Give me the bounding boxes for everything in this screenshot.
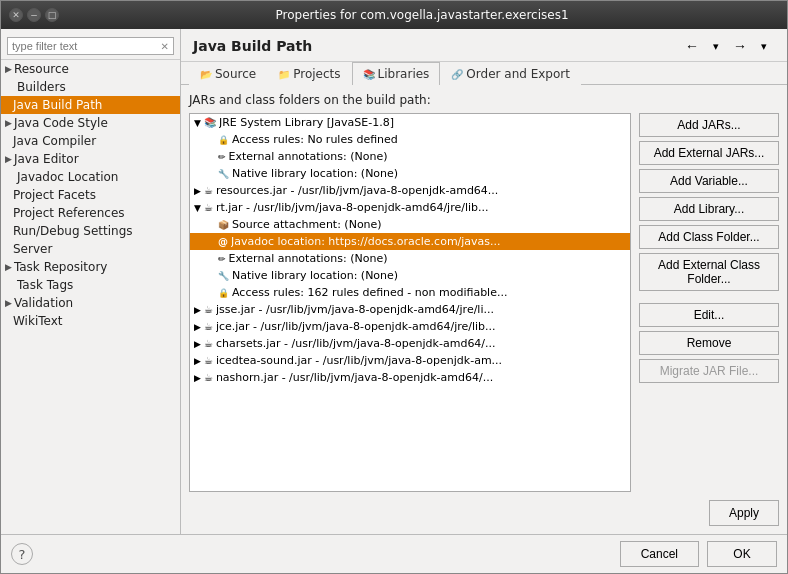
tree-item-label: icedtea-sound.jar - /usr/lib/jvm/java-8-… xyxy=(216,354,502,367)
expand-triangle-icon: ▼ xyxy=(194,118,201,128)
bottom-bar: ? Cancel OK xyxy=(1,534,787,573)
sidebar-item-resource[interactable]: ▶ Resource xyxy=(1,60,180,78)
panel-toolbar: ← ▾ → ▾ xyxy=(681,35,775,57)
tree-item[interactable]: ▶ ☕ jce.jar - /usr/lib/jvm/java-8-openjd… xyxy=(190,318,630,335)
expand-triangle-icon: ▶ xyxy=(194,339,201,349)
titlebar: ✕ − □ Properties for com.vogella.javasta… xyxy=(1,1,787,29)
sidebar-label: Resource xyxy=(14,62,69,76)
sidebar: ✕ ▶ Resource Builders Java Build Path ▶ … xyxy=(1,29,181,534)
sidebar-label: Server xyxy=(13,242,52,256)
sidebar-item-project-references[interactable]: Project References xyxy=(1,204,180,222)
dialog-title: Properties for com.vogella.javastarter.e… xyxy=(65,8,779,22)
lib-icon: 📚 xyxy=(204,117,216,128)
menu-button[interactable]: ▾ xyxy=(753,35,775,57)
tree-item[interactable]: ✏️ External annotations: (None) xyxy=(190,148,630,165)
forward-button[interactable]: → xyxy=(729,35,751,57)
sidebar-item-project-facets[interactable]: Project Facets xyxy=(1,186,180,204)
add-jars-button[interactable]: Add JARs... xyxy=(639,113,779,137)
tree-item[interactable]: ▶ ☕ charsets.jar - /usr/lib/jvm/java-8-o… xyxy=(190,335,630,352)
tree-item-label: Access rules: No rules defined xyxy=(232,133,398,146)
tab-order-export[interactable]: 🔗 Order and Export xyxy=(440,62,581,85)
tree-item[interactable]: ▼ 📚 JRE System Library [JavaSE-1.8] xyxy=(190,114,630,131)
sidebar-item-server[interactable]: Server xyxy=(1,240,180,258)
sidebar-item-java-code-style[interactable]: ▶ Java Code Style xyxy=(1,114,180,132)
tree-item-label: External annotations: (None) xyxy=(229,252,388,265)
dropdown-button[interactable]: ▾ xyxy=(705,35,727,57)
sidebar-label: Project References xyxy=(13,206,125,220)
sidebar-item-task-tags[interactable]: Task Tags xyxy=(1,276,180,294)
apply-row: Apply xyxy=(189,492,779,526)
sidebar-item-java-compiler[interactable]: Java Compiler xyxy=(1,132,180,150)
sidebar-item-builders[interactable]: Builders xyxy=(1,78,180,96)
apply-button[interactable]: Apply xyxy=(709,500,779,526)
add-external-class-folder-button[interactable]: Add External Class Folder... xyxy=(639,253,779,291)
sidebar-item-java-editor[interactable]: ▶ Java Editor xyxy=(1,150,180,168)
jar-icon: ☕ xyxy=(204,202,213,213)
tab-label: Projects xyxy=(293,67,340,81)
minimize-button[interactable]: − xyxy=(27,8,41,22)
edit-button[interactable]: Edit... xyxy=(639,303,779,327)
panel-title: Java Build Path xyxy=(193,38,312,54)
content-area: JARs and class folders on the build path… xyxy=(181,85,787,534)
tree-item-label: Access rules: 162 rules defined - non mo… xyxy=(232,286,507,299)
tab-projects[interactable]: 📁 Projects xyxy=(267,62,351,85)
sidebar-label: WikiText xyxy=(13,314,63,328)
add-library-button[interactable]: Add Library... xyxy=(639,197,779,221)
split-area: ▼ 📚 JRE System Library [JavaSE-1.8] 🔒 Ac… xyxy=(189,113,779,492)
sidebar-label: Java Editor xyxy=(14,152,79,166)
tree-item[interactable]: ▶ ☕ jsse.jar - /usr/lib/jvm/java-8-openj… xyxy=(190,301,630,318)
sidebar-item-run-debug-settings[interactable]: Run/Debug Settings xyxy=(1,222,180,240)
tree-item[interactable]: 🔧 Native library location: (None) xyxy=(190,165,630,182)
add-class-folder-button[interactable]: Add Class Folder... xyxy=(639,225,779,249)
filter-input[interactable] xyxy=(12,40,132,52)
sidebar-item-validation[interactable]: ▶ Validation xyxy=(1,294,180,312)
tree-item-label: Javadoc location: https://docs.oracle.co… xyxy=(231,235,501,248)
tree-item-label: charsets.jar - /usr/lib/jvm/java-8-openj… xyxy=(216,337,496,350)
sidebar-item-wikitext[interactable]: WikiText xyxy=(1,312,180,330)
expand-triangle-icon: ▶ xyxy=(194,322,201,332)
tab-bar: 📂 Source 📁 Projects 📚 Libraries 🔗 Order … xyxy=(181,62,787,85)
sidebar-label: Validation xyxy=(14,296,73,310)
sidebar-label: Builders xyxy=(17,80,66,94)
jar-icon: ☕ xyxy=(204,304,213,315)
ok-button[interactable]: OK xyxy=(707,541,777,567)
tree-item[interactable]: ▶ ☕ resources.jar - /usr/lib/jvm/java-8-… xyxy=(190,182,630,199)
maximize-button[interactable]: □ xyxy=(45,8,59,22)
help-button[interactable]: ? xyxy=(11,543,33,565)
order-tab-icon: 🔗 xyxy=(451,69,463,80)
back-button[interactable]: ← xyxy=(681,35,703,57)
expand-triangle-icon: ▼ xyxy=(194,203,201,213)
tab-label: Libraries xyxy=(378,67,430,81)
tree-item[interactable]: ▼ ☕ rt.jar - /usr/lib/jvm/java-8-openjdk… xyxy=(190,199,630,216)
expand-icon: ▶ xyxy=(5,298,12,308)
tree-area[interactable]: ▼ 📚 JRE System Library [JavaSE-1.8] 🔒 Ac… xyxy=(189,113,631,492)
tree-item-selected[interactable]: @ Javadoc location: https://docs.oracle.… xyxy=(190,233,630,250)
migrate-jar-button[interactable]: Migrate JAR File... xyxy=(639,359,779,383)
tree-item[interactable]: 🔒 Access rules: No rules defined xyxy=(190,131,630,148)
tree-item[interactable]: ▶ ☕ nashorn.jar - /usr/lib/jvm/java-8-op… xyxy=(190,369,630,386)
tree-item[interactable]: ✏️ External annotations: (None) xyxy=(190,250,630,267)
sidebar-item-javadoc-location[interactable]: Javadoc Location xyxy=(1,168,180,186)
tab-source[interactable]: 📂 Source xyxy=(189,62,267,85)
close-button[interactable]: ✕ xyxy=(9,8,23,22)
tree-item[interactable]: 🔒 Access rules: 162 rules defined - non … xyxy=(190,284,630,301)
expand-icon: ▶ xyxy=(5,64,12,74)
expand-triangle-icon: ▶ xyxy=(194,305,201,315)
sidebar-item-task-repository[interactable]: ▶ Task Repository xyxy=(1,258,180,276)
add-external-jars-button[interactable]: Add External JARs... xyxy=(639,141,779,165)
libraries-tab-icon: 📚 xyxy=(363,69,375,80)
tree-item[interactable]: 📦 Source attachment: (None) xyxy=(190,216,630,233)
sidebar-label: Run/Debug Settings xyxy=(13,224,133,238)
expand-triangle-icon: ▶ xyxy=(194,356,201,366)
sidebar-item-java-build-path[interactable]: Java Build Path xyxy=(1,96,180,114)
tab-libraries[interactable]: 📚 Libraries xyxy=(352,62,441,85)
add-variable-button[interactable]: Add Variable... xyxy=(639,169,779,193)
remove-button[interactable]: Remove xyxy=(639,331,779,355)
tree-item[interactable]: 🔧 Native library location: (None) xyxy=(190,267,630,284)
tree-item-label: Native library location: (None) xyxy=(232,167,398,180)
tree-item-label: JRE System Library [JavaSE-1.8] xyxy=(219,116,394,129)
tree-item[interactable]: ▶ ☕ icedtea-sound.jar - /usr/lib/jvm/jav… xyxy=(190,352,630,369)
filter-clear-icon[interactable]: ✕ xyxy=(161,41,169,52)
cancel-button[interactable]: Cancel xyxy=(620,541,699,567)
sidebar-label: Javadoc Location xyxy=(17,170,118,184)
